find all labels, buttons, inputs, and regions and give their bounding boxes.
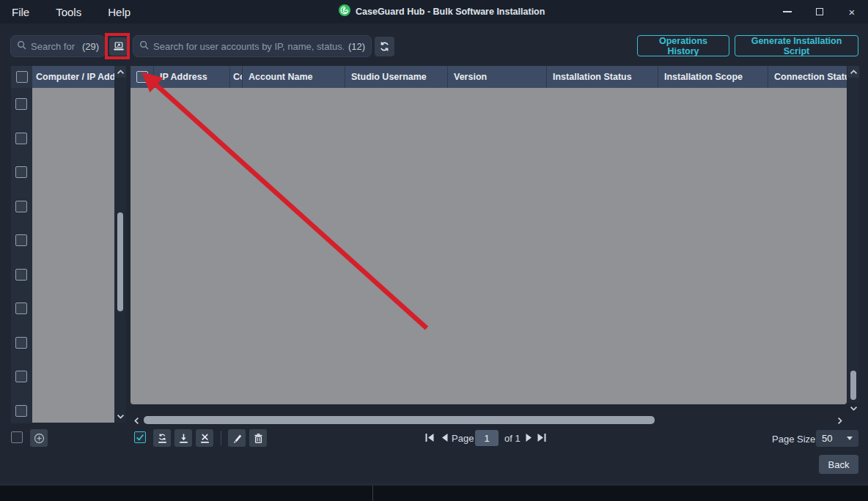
app-window: File Tools Help CaseGuard Hub - Bulk Sof… bbox=[0, 0, 868, 501]
table-scroll-up-arrow[interactable] bbox=[847, 66, 859, 78]
col-version[interactable]: Version bbox=[448, 66, 547, 88]
computer-search-box: (29) bbox=[10, 35, 106, 57]
window-controls: × bbox=[771, 0, 868, 23]
table-scrollbar-thumb[interactable] bbox=[850, 371, 856, 400]
band-divider bbox=[372, 486, 373, 501]
computer-row-checkbox[interactable] bbox=[15, 234, 27, 246]
computer-row-checkbox[interactable] bbox=[15, 269, 27, 281]
col-connection-status[interactable]: Connection Status bbox=[768, 66, 847, 88]
select-all-computers-checkbox[interactable] bbox=[16, 71, 28, 83]
table-scrollbar-track[interactable] bbox=[847, 78, 859, 403]
computer-filter-button[interactable] bbox=[109, 37, 128, 56]
computers-scrollbar-thumb[interactable] bbox=[117, 212, 123, 311]
footer-select-checkbox[interactable] bbox=[11, 431, 23, 443]
select-all-rows-checkbox[interactable] bbox=[134, 431, 146, 443]
generate-installation-script-button[interactable]: Generate Installation Script bbox=[735, 35, 858, 56]
trash-icon bbox=[253, 433, 264, 444]
page-number-input[interactable] bbox=[475, 430, 499, 446]
user-search-box: (12) bbox=[133, 35, 372, 57]
check-icon bbox=[136, 433, 144, 442]
menu-bar: File Tools Help bbox=[0, 6, 130, 18]
computer-search-input[interactable] bbox=[31, 41, 78, 52]
computer-count-badge: (29) bbox=[82, 41, 99, 52]
page-label: Page bbox=[452, 433, 474, 444]
chevron-down-icon bbox=[847, 437, 853, 440]
table-hscrollbar-thumb[interactable] bbox=[144, 416, 655, 424]
plus-circle-icon bbox=[34, 433, 45, 444]
col-installation-scope[interactable]: Installation Scope bbox=[658, 66, 768, 88]
install-button[interactable] bbox=[174, 429, 192, 447]
uninstall-button[interactable] bbox=[196, 429, 213, 447]
user-count-badge: (12) bbox=[348, 41, 365, 52]
search-icon bbox=[17, 40, 26, 53]
refresh-icon bbox=[379, 41, 390, 52]
computer-row-checkbox[interactable] bbox=[15, 166, 27, 178]
page-size-label: Page Size: bbox=[772, 434, 818, 445]
window-title: CaseGuard Hub - Bulk Software Installati… bbox=[356, 7, 545, 17]
previous-page-button[interactable] bbox=[437, 429, 452, 445]
computer-row-checkbox[interactable] bbox=[15, 371, 27, 382]
col-ip-address[interactable]: IP Address bbox=[154, 66, 230, 88]
computers-list-redacted-area bbox=[32, 88, 114, 423]
computers-panel-header[interactable]: Computer / IP Addre bbox=[11, 66, 114, 88]
delete-button[interactable] bbox=[249, 429, 267, 447]
minimize-button[interactable] bbox=[771, 0, 803, 23]
computer-row-checkbox[interactable] bbox=[15, 201, 27, 212]
page-size-value: 50 bbox=[822, 433, 832, 444]
table-scroll-down-arrow[interactable] bbox=[847, 403, 859, 415]
computer-row-checkbox[interactable] bbox=[15, 405, 27, 417]
install-download-icon bbox=[178, 433, 189, 444]
reinstall-icon bbox=[157, 433, 168, 444]
title-bar: File Tools Help CaseGuard Hub - Bulk Sof… bbox=[0, 0, 868, 23]
laptop-icon bbox=[113, 41, 125, 52]
table-scroll-right-arrow[interactable] bbox=[835, 415, 845, 426]
page-size-dropdown[interactable]: 50 bbox=[816, 430, 858, 447]
reinstall-button[interactable] bbox=[153, 429, 171, 447]
edit-button[interactable] bbox=[228, 429, 246, 447]
last-page-button[interactable] bbox=[534, 429, 549, 445]
menu-help[interactable]: Help bbox=[108, 6, 130, 18]
select-all-accounts-checkbox[interactable] bbox=[136, 71, 148, 83]
maximize-button[interactable] bbox=[803, 0, 836, 23]
col-account-name[interactable]: Account Name bbox=[243, 66, 345, 88]
refresh-button[interactable] bbox=[375, 37, 394, 56]
page-of-label: of 1 bbox=[504, 433, 521, 444]
computers-scroll-down-arrow[interactable] bbox=[114, 411, 126, 423]
col-installation-status[interactable]: Installation Status bbox=[547, 66, 658, 88]
table-scroll-left-arrow[interactable] bbox=[131, 415, 141, 426]
close-button[interactable]: × bbox=[836, 0, 868, 23]
first-page-button[interactable] bbox=[422, 429, 437, 445]
computers-scroll-up-arrow[interactable] bbox=[114, 66, 126, 78]
footer-divider bbox=[221, 431, 221, 445]
col-computer-truncated[interactable]: Co bbox=[230, 66, 243, 88]
accounts-table-redacted-area bbox=[130, 88, 847, 404]
back-button[interactable]: Back bbox=[819, 455, 858, 474]
col-studio-username[interactable]: Studio Username bbox=[345, 66, 448, 88]
search-icon bbox=[139, 40, 149, 53]
menu-file[interactable]: File bbox=[12, 6, 29, 18]
accounts-table-header: IP Address Co Account Name Studio Userna… bbox=[130, 66, 847, 88]
caseguard-logo-icon bbox=[339, 4, 350, 19]
window-title-group: CaseGuard Hub - Bulk Software Installati… bbox=[339, 0, 545, 23]
computers-column-header[interactable]: Computer / IP Addre bbox=[32, 66, 114, 88]
computer-row-checkbox[interactable] bbox=[15, 98, 27, 110]
uninstall-x-icon bbox=[199, 433, 210, 444]
computer-row-checkbox[interactable] bbox=[15, 337, 27, 349]
user-search-input[interactable] bbox=[153, 41, 344, 52]
pencil-icon bbox=[232, 433, 243, 444]
computer-row-checkbox[interactable] bbox=[15, 303, 27, 314]
add-computer-button[interactable] bbox=[30, 429, 48, 447]
bottom-band bbox=[0, 483, 868, 501]
computer-row-checkbox[interactable] bbox=[15, 133, 27, 144]
menu-tools[interactable]: Tools bbox=[56, 6, 81, 18]
computer-row-checkboxes bbox=[15, 98, 27, 417]
operations-history-button[interactable]: Operations History bbox=[637, 35, 729, 56]
